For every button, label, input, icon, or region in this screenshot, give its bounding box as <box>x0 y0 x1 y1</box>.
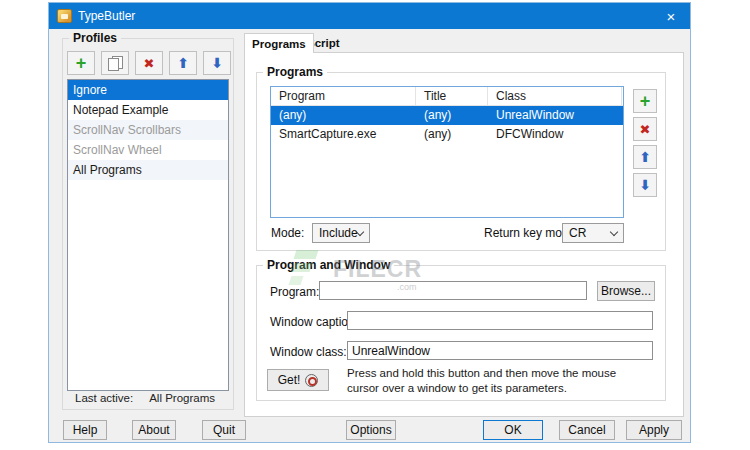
app-icon <box>57 9 72 23</box>
return-key-mode-value: CR <box>569 226 586 240</box>
program-input[interactable] <box>319 281 587 300</box>
column-header-class[interactable]: Class <box>488 87 622 105</box>
table-header: Program Title Class <box>271 87 623 106</box>
arrow-up-icon: ⬆ <box>177 55 189 71</box>
last-active-status: Last active:All Programs <box>75 392 215 404</box>
profiles-group: Profiles + ✖ ⬆ ⬇ <box>62 38 234 410</box>
browse-button[interactable]: Browse... <box>597 281 655 301</box>
profiles-group-label: Profiles <box>69 31 121 45</box>
last-active-value: All Programs <box>149 392 215 404</box>
program-and-window-group-label: Program and Window <box>263 258 394 272</box>
help-button[interactable]: Help <box>63 420 107 440</box>
mode-value: Include <box>319 226 358 240</box>
cancel-button[interactable]: Cancel <box>559 420 615 440</box>
move-profile-up-button[interactable]: ⬆ <box>169 51 197 75</box>
move-profile-down-button[interactable]: ⬇ <box>203 51 231 75</box>
apply-button[interactable]: Apply <box>626 420 682 440</box>
about-button[interactable]: About <box>132 420 176 440</box>
target-icon <box>305 374 318 387</box>
arrow-up-icon: ⬆ <box>639 149 651 165</box>
get-button-label: Get! <box>278 373 301 387</box>
delete-icon: ✖ <box>640 122 651 137</box>
chevron-down-icon <box>610 228 618 236</box>
programs-group: Programs Program Title Class (any) (any)… <box>256 72 666 251</box>
list-item-notepad-example[interactable]: Notepad Example <box>68 100 228 120</box>
move-program-down-button[interactable]: ⬇ <box>633 173 657 197</box>
table-row[interactable]: (any) (any) UnrealWindow <box>271 106 623 125</box>
arrow-down-icon: ⬇ <box>639 177 651 193</box>
delete-icon: ✖ <box>144 56 155 71</box>
cell-program: (any) <box>271 106 416 125</box>
screenshot-stage: TypeButler × Profiles + ✖ <box>0 0 750 450</box>
list-item-ignore[interactable]: Ignore <box>68 80 228 100</box>
list-item-scrollnav-scrollbars[interactable]: ScrollNav Scrollbars <box>68 120 228 140</box>
plus-icon: + <box>76 54 87 72</box>
program-and-window-group: Program and Window Program: Browse... Wi… <box>256 265 666 401</box>
profiles-toolbar: + ✖ ⬆ ⬇ <box>67 51 231 75</box>
mode-dropdown[interactable]: Include <box>312 223 370 243</box>
delete-profile-button[interactable]: ✖ <box>135 51 163 75</box>
window-title: TypeButler <box>78 9 135 23</box>
window-caption-label: Window caption: <box>270 315 358 329</box>
column-header-program[interactable]: Program <box>271 87 416 105</box>
profiles-list[interactable]: Ignore Notepad Example ScrollNav Scrollb… <box>67 79 229 391</box>
tab-programs[interactable]: Programs <box>244 33 314 53</box>
window-class-label: Window class: <box>270 345 347 359</box>
list-item-scrollnav-wheel[interactable]: ScrollNav Wheel <box>68 140 228 160</box>
copy-icon <box>108 56 123 71</box>
close-icon[interactable]: × <box>652 3 690 29</box>
cell-title: (any) <box>416 125 488 144</box>
delete-program-button[interactable]: ✖ <box>633 117 657 141</box>
cell-title: (any) <box>416 106 488 125</box>
quit-button[interactable]: Quit <box>202 420 246 440</box>
mode-row: Mode: Include Return key mode: CR <box>257 223 665 243</box>
window-class-input[interactable] <box>347 341 653 360</box>
list-item-all-programs[interactable]: All Programs <box>68 160 228 180</box>
program-field-label: Program: <box>270 285 319 299</box>
ok-button[interactable]: OK <box>483 420 543 440</box>
options-button[interactable]: Options <box>346 420 396 440</box>
move-program-up-button[interactable]: ⬆ <box>633 145 657 169</box>
cell-class: DFCWindow <box>488 125 622 144</box>
add-program-button[interactable]: + <box>633 89 657 113</box>
column-header-title[interactable]: Title <box>416 87 488 105</box>
get-button[interactable]: Get! <box>267 369 329 391</box>
mode-label: Mode: <box>271 226 304 240</box>
window-body: Profiles + ✖ ⬆ ⬇ <box>49 29 690 442</box>
title-bar[interactable]: TypeButler × <box>49 3 690 29</box>
last-active-label: Last active: <box>75 392 133 404</box>
programs-group-label: Programs <box>263 65 327 79</box>
cell-program: SmartCapture.exe <box>271 125 416 144</box>
copy-profile-button[interactable] <box>101 51 129 75</box>
return-key-mode-dropdown[interactable]: CR <box>562 223 624 243</box>
window-caption-input[interactable] <box>347 311 653 330</box>
programs-table[interactable]: Program Title Class (any) (any) UnrealWi… <box>270 86 624 218</box>
tab-control: Programs Script Programs Program Title C… <box>244 33 684 417</box>
get-hint-text: Press and hold this button and then move… <box>347 366 642 396</box>
cell-class: UnrealWindow <box>488 106 622 125</box>
add-profile-button[interactable]: + <box>67 51 95 75</box>
app-window: TypeButler × Profiles + ✖ <box>48 2 691 443</box>
arrow-down-icon: ⬇ <box>211 55 223 71</box>
programs-tab-page: Programs Program Title Class (any) (any)… <box>244 52 684 417</box>
table-row[interactable]: SmartCapture.exe (any) DFCWindow <box>271 125 623 144</box>
plus-icon: + <box>640 92 651 110</box>
